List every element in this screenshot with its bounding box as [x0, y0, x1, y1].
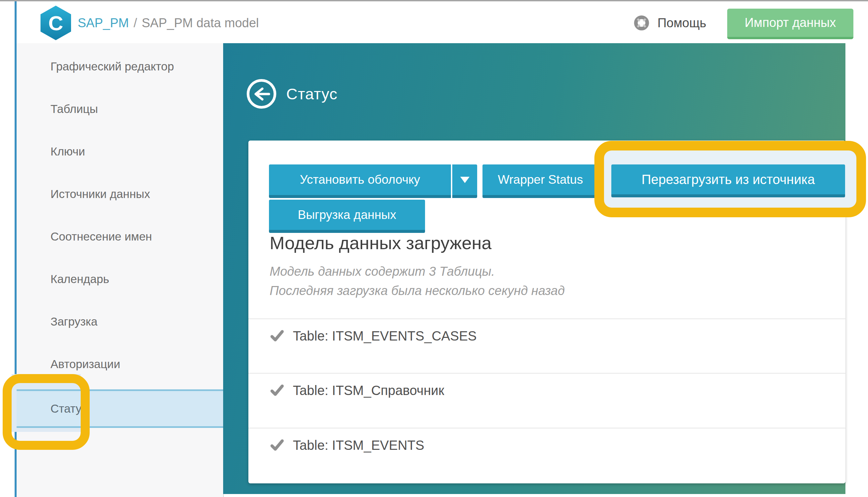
breadcrumb-project-link[interactable]: SAP_PM [78, 16, 129, 30]
sidebar-item-label: Календарь [50, 272, 109, 286]
status-heading: Модель данных загружена [270, 232, 491, 253]
breadcrumb-current: SAP_PM data model [142, 16, 259, 30]
install-wrapper-button[interactable]: Установить оболочку [269, 165, 451, 198]
table-row-label: Table: ITSM_EVENTS_CASES [293, 329, 477, 343]
back-button[interactable] [247, 79, 276, 109]
status-detail-line2: Последняя загрузка была несколько секунд… [270, 284, 565, 298]
annotation-ring-reload-button [594, 141, 866, 217]
help-label: Помощь [657, 16, 706, 30]
breadcrumb: SAP_PM / SAP_PM data model [78, 1, 259, 44]
sidebar-item-label: Ключи [50, 145, 85, 158]
celonis-logo[interactable]: C [41, 6, 71, 40]
check-icon [270, 329, 284, 343]
sidebar-item-label: Соотнесение имен [50, 230, 152, 243]
sidebar-item-tables[interactable]: Таблицы [17, 88, 223, 130]
sidebar-item-keys[interactable]: Ключи [17, 130, 223, 173]
caret-down-icon [460, 177, 469, 183]
logo-letter: C [48, 11, 63, 35]
help-button[interactable]: Помощь [633, 1, 706, 44]
sidebar-item-data-sources[interactable]: Источники данных [17, 173, 223, 215]
help-lifebuoy-icon [633, 14, 650, 31]
data-export-button[interactable]: Выгрузка данных [269, 200, 425, 233]
import-data-button[interactable]: Импорт данных [727, 9, 853, 39]
back-arrow-icon [252, 85, 271, 103]
status-detail-line1: Модель данных содержит 3 Таблицы. [270, 265, 495, 279]
install-wrapper-dropdown-button[interactable] [452, 165, 477, 198]
table-row: Table: ITSM_Справочник [248, 373, 845, 428]
sidebar-item-label: Авторизации [50, 357, 120, 371]
breadcrumb-separator: / [133, 16, 137, 30]
check-icon [270, 383, 284, 398]
table-row: Table: ITSM_EVENTS_CASES [248, 318, 845, 373]
table-row-label: Table: ITSM_Справочник [293, 383, 444, 398]
top-bar: C SAP_PM / SAP_PM data model Помощь Импо… [17, 1, 845, 44]
sidebar-item-label: Графический редактор [50, 60, 174, 73]
sidebar-item-name-mapping[interactable]: Соотнесение имен [17, 215, 223, 258]
sidebar-item-graphical-editor[interactable]: Графический редактор [17, 45, 223, 88]
table-row: Table: ITSM_EVENTS [248, 428, 845, 483]
sidebar-item-label: Источники данных [50, 187, 150, 201]
sidebar-item-calendar[interactable]: Календарь [17, 258, 223, 300]
annotation-ring-status-item [3, 374, 90, 450]
sidebar-item-label: Загрузка [50, 315, 98, 328]
sidebar-item-load[interactable]: Загрузка [17, 300, 223, 343]
sidebar-item-label: Таблицы [50, 102, 98, 116]
check-icon [270, 438, 284, 453]
table-row-label: Table: ITSM_EVENTS [293, 438, 424, 453]
wrapper-status-button[interactable]: Wrapper Status [482, 165, 598, 198]
page-title: Статус [286, 85, 338, 103]
app-window: C SAP_PM / SAP_PM data model Помощь Импо… [0, 0, 868, 497]
